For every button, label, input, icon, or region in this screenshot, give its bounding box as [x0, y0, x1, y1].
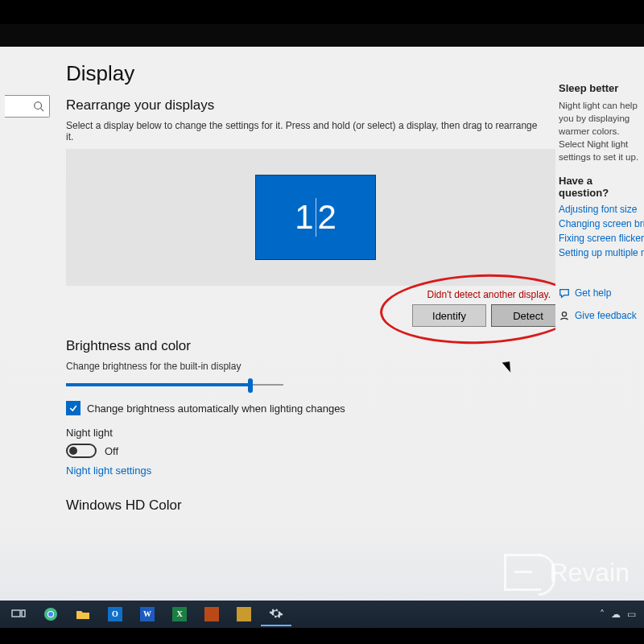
- sleep-better-body: Night light can help you by displaying w…: [559, 99, 644, 163]
- rearrange-subtext: Select a display below to change the set…: [66, 120, 544, 142]
- night-light-label: Night light: [66, 427, 544, 439]
- taskbar-settings-icon[interactable]: [261, 602, 291, 626]
- slider-thumb[interactable]: [248, 378, 253, 393]
- taskbar-app2-icon[interactable]: [229, 602, 259, 626]
- monitor-frame: Display Rearrange your displays Select a…: [0, 24, 644, 628]
- link-screen-brightness[interactable]: Changing screen brightness: [559, 218, 644, 229]
- link-flickering[interactable]: Fixing screen flickering: [559, 233, 644, 244]
- display-arrangement-canvas[interactable]: 1 2: [66, 149, 555, 286]
- detect-area: Didn't detect another display. Identify …: [66, 289, 555, 327]
- svg-point-7: [48, 612, 53, 617]
- search-icon: [33, 101, 44, 112]
- brightness-slider[interactable]: [66, 377, 283, 393]
- link-font-size[interactable]: Adjusting font size: [559, 204, 644, 215]
- help-aside: Sleep better Night light can help you by…: [555, 47, 644, 601]
- get-help-link[interactable]: Get help: [575, 287, 611, 299]
- screen: Display Rearrange your displays Select a…: [0, 47, 644, 628]
- taskbar[interactable]: O W X ˄ ☁ ▭: [0, 601, 644, 628]
- brightness-slider-label: Change brightness for the built-in displ…: [66, 361, 544, 372]
- taskbar-app-icon[interactable]: [196, 602, 227, 626]
- hd-color-heading: Windows HD Color: [66, 497, 544, 514]
- taskbar-taskview-icon[interactable]: [3, 602, 34, 626]
- monitor-number-2: 2: [318, 198, 336, 237]
- identify-button[interactable]: Identify: [412, 304, 486, 327]
- monitor-divider: [316, 198, 316, 237]
- rearrange-heading: Rearrange your displays: [66, 97, 544, 114]
- detect-warning-text: Didn't detect another display.: [427, 289, 556, 300]
- taskbar-word-icon[interactable]: W: [132, 602, 163, 626]
- auto-brightness-label: Change brightness automatically when lig…: [87, 402, 345, 415]
- tray-battery-icon[interactable]: ▭: [627, 609, 636, 620]
- settings-main: Display Rearrange your displays Select a…: [50, 47, 555, 601]
- monitor-tile[interactable]: 1 2: [255, 175, 376, 260]
- chat-icon: [559, 287, 570, 299]
- svg-point-2: [562, 312, 566, 316]
- night-light-state: Off: [105, 445, 118, 457]
- taskbar-outlook-icon[interactable]: O: [100, 602, 130, 626]
- taskbar-excel-icon[interactable]: X: [164, 602, 195, 626]
- feedback-icon: [559, 310, 570, 321]
- detect-button[interactable]: Detect: [491, 304, 555, 327]
- svg-rect-3: [12, 610, 20, 617]
- taskbar-explorer-icon[interactable]: [68, 602, 98, 626]
- auto-brightness-checkbox[interactable]: [66, 401, 80, 415]
- check-icon: [68, 403, 78, 413]
- svg-point-0: [35, 102, 42, 109]
- left-nav-strip: [0, 47, 50, 601]
- brightness-heading: Brightness and color: [66, 338, 544, 354]
- svg-rect-4: [22, 610, 25, 617]
- monitor-number-1: 1: [295, 198, 313, 237]
- page-title: Display: [66, 61, 544, 86]
- svg-line-1: [41, 109, 44, 112]
- question-heading: Have a question?: [559, 175, 644, 199]
- tray-chevron-icon[interactable]: ˄: [600, 609, 605, 620]
- give-feedback-link[interactable]: Give feedback: [575, 310, 637, 321]
- night-light-settings-link[interactable]: Night light settings: [66, 464, 151, 477]
- night-light-toggle[interactable]: [66, 444, 97, 458]
- search-input[interactable]: [5, 95, 50, 118]
- tray-cloud-icon[interactable]: ☁: [611, 609, 621, 620]
- system-tray[interactable]: ˄ ☁ ▭: [600, 609, 641, 620]
- link-multiple-monitors[interactable]: Setting up multiple monitors: [559, 247, 644, 258]
- taskbar-chrome-icon[interactable]: [35, 602, 66, 626]
- sleep-better-heading: Sleep better: [559, 82, 644, 94]
